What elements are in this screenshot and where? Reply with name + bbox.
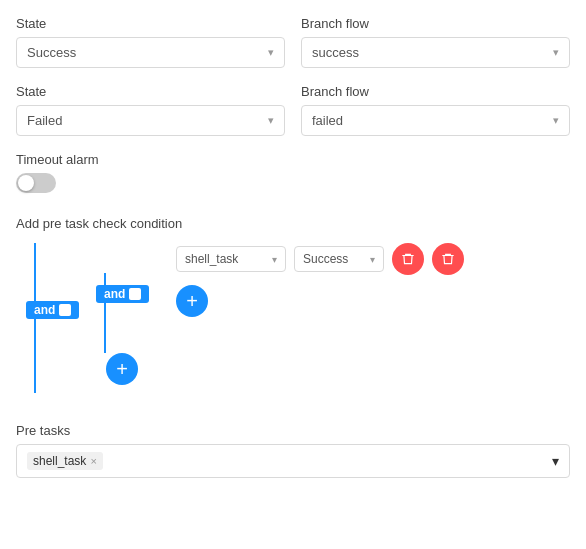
toggle-wrapper <box>16 173 570 196</box>
pre-tasks-select[interactable]: shell_task × ▾ <box>16 444 570 478</box>
task-select[interactable]: shell_task ▾ <box>176 246 286 272</box>
branch-select-2[interactable]: failed ▾ <box>301 105 570 136</box>
and-outer-btn[interactable]: and <box>26 301 79 319</box>
and-outer-label: and <box>34 303 55 317</box>
condition-main-row: shell_task ▾ Success ▾ <box>176 243 464 275</box>
status-chevron: ▾ <box>370 254 375 265</box>
delete-condition-btn-1[interactable] <box>392 243 424 275</box>
state-branch-row-2: State Failed ▾ Branch flow failed ▾ <box>16 84 570 136</box>
state-label-1: State <box>16 16 285 31</box>
branch-label-1: Branch flow <box>301 16 570 31</box>
add-inner-icon: + <box>186 291 198 311</box>
pre-tasks-chevron: ▾ <box>552 453 559 469</box>
task-chevron: ▾ <box>272 254 277 265</box>
add-inner-wrapper: + <box>176 285 208 317</box>
pre-tasks-section: Pre tasks shell_task × ▾ <box>16 423 570 478</box>
branch-chevron-1: ▾ <box>553 46 559 59</box>
condition-tree: shell_task ▾ Success ▾ and <box>16 243 570 403</box>
trash-icon-2 <box>441 252 455 266</box>
timeout-label: Timeout alarm <box>16 152 570 167</box>
state-select-1[interactable]: Success ▾ <box>16 37 285 68</box>
add-outer-wrapper: + <box>106 353 138 385</box>
branch-value-2: failed <box>312 113 343 128</box>
and-inner-check <box>129 288 141 300</box>
state-label-2: State <box>16 84 285 99</box>
and-outer-check <box>59 304 71 316</box>
add-outer-btn[interactable]: + <box>106 353 138 385</box>
state-chevron-1: ▾ <box>268 46 274 59</box>
state-value-2: Failed <box>27 113 62 128</box>
and-outer-badge: and <box>26 301 79 319</box>
timeout-section: Timeout alarm <box>16 152 570 196</box>
tag-label: shell_task <box>33 454 86 468</box>
tag-shell-task: shell_task × <box>27 452 103 470</box>
tag-close-icon[interactable]: × <box>90 455 96 467</box>
and-inner-label: and <box>104 287 125 301</box>
status-value: Success <box>303 252 348 266</box>
branch-label-2: Branch flow <box>301 84 570 99</box>
state-chevron-2: ▾ <box>268 114 274 127</box>
tag-items: shell_task × <box>27 452 552 470</box>
add-inner-btn[interactable]: + <box>176 285 208 317</box>
timeout-toggle[interactable] <box>16 173 56 193</box>
task-value: shell_task <box>185 252 238 266</box>
delete-condition-btn-2[interactable] <box>432 243 464 275</box>
state-select-2[interactable]: Failed ▾ <box>16 105 285 136</box>
trash-icon-1 <box>401 252 415 266</box>
pre-tasks-label: Pre tasks <box>16 423 570 438</box>
branch-select-1[interactable]: success ▾ <box>301 37 570 68</box>
pre-task-label: Add pre task check condition <box>16 216 570 231</box>
pre-task-section: Add pre task check condition shell_task … <box>16 216 570 403</box>
state-group-2: State Failed ▾ <box>16 84 285 136</box>
state-group-1: State Success ▾ <box>16 16 285 68</box>
branch-value-1: success <box>312 45 359 60</box>
state-branch-row-1: State Success ▾ Branch flow success ▾ <box>16 16 570 68</box>
branch-group-2: Branch flow failed ▾ <box>301 84 570 136</box>
branch-group-1: Branch flow success ▾ <box>301 16 570 68</box>
and-inner-badge: and <box>96 285 149 303</box>
add-outer-icon: + <box>116 359 128 379</box>
branch-chevron-2: ▾ <box>553 114 559 127</box>
state-value-1: Success <box>27 45 76 60</box>
status-select[interactable]: Success ▾ <box>294 246 384 272</box>
and-inner-btn[interactable]: and <box>96 285 149 303</box>
